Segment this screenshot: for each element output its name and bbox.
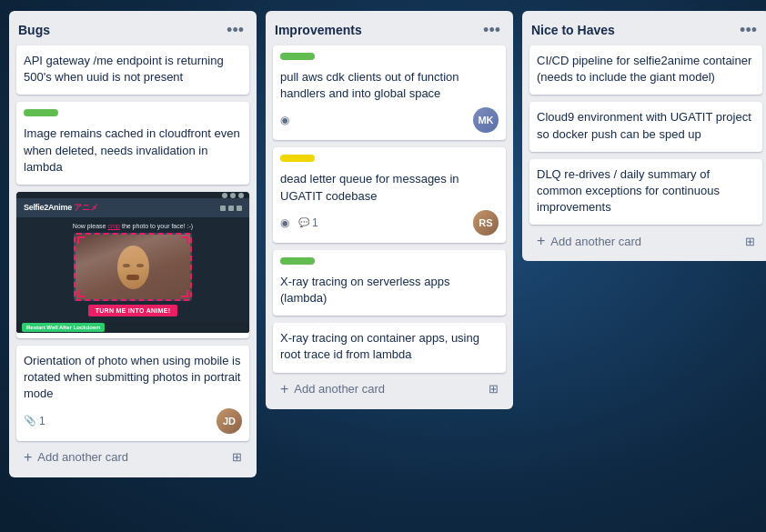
column-bugs: Bugs ••• API gateway /me endpoint is ret… bbox=[9, 11, 257, 477]
card-imp-3-label bbox=[280, 257, 315, 265]
app-status-bar bbox=[16, 192, 249, 198]
card-imp-2-avatar: RS bbox=[473, 210, 499, 236]
card-imp-4-text: X-ray tracing on container apps, using r… bbox=[280, 330, 499, 363]
nice-to-haves-add-card-button[interactable]: + Add another card ⊞ bbox=[529, 228, 762, 254]
comment-icon: 💬 bbox=[298, 217, 309, 227]
app-footer: Restart Well After Lockdown bbox=[16, 322, 249, 333]
card-imp-2-label bbox=[280, 155, 315, 162]
card-template-icon: ⊞ bbox=[232, 450, 242, 464]
card-nth-2[interactable]: Cloud9 environment with UGATIT project s… bbox=[529, 102, 762, 151]
card-imp-1-footer: ◉ MK bbox=[280, 107, 499, 133]
app-photo-container bbox=[74, 233, 192, 301]
card-imp-1-label bbox=[280, 53, 315, 60]
bugs-add-card-button[interactable]: + Add another card ⊞ bbox=[16, 445, 249, 470]
card-bug-2[interactable]: Image remains cached in cloudfront even … bbox=[16, 102, 249, 185]
card-nth-1-text: CI/CD pipeline for selfie2anime containe… bbox=[537, 53, 755, 85]
card-bug-4-attachment-count: 1 bbox=[39, 415, 45, 427]
column-bugs-menu-button[interactable]: ••• bbox=[223, 22, 247, 38]
card-bug-2-label bbox=[24, 109, 58, 116]
card-bug-3-image: Selfie2Anime アニメ Now please crop the pho… bbox=[16, 192, 249, 333]
nice-to-haves-cards-list: CI/CD pipeline for selfie2anime containe… bbox=[529, 45, 762, 225]
column-nice-to-haves: Nice to Haves ••• CI/CD pipeline for sel… bbox=[522, 11, 766, 261]
column-improvements-menu-button[interactable]: ••• bbox=[479, 22, 504, 38]
card-imp-1-text: pull aws cdk clients out of function han… bbox=[280, 69, 499, 102]
card-nth-2-text: Cloud9 environment with UGATIT project s… bbox=[537, 109, 755, 142]
card-bug-2-text: Image remains cached in cloudfront even … bbox=[24, 125, 242, 176]
card-imp-3-text: X-ray tracing on serverless apps (lambda… bbox=[280, 274, 499, 306]
card-imp-3[interactable]: X-ray tracing on serverless apps (lambda… bbox=[273, 250, 506, 316]
card-imp-2-footer: ◉ 💬 1 RS bbox=[280, 210, 499, 236]
card-imp-2-meta: ◉ 💬 1 bbox=[280, 216, 318, 229]
card-bug-4-footer: 📎 1 JD bbox=[24, 408, 242, 434]
card-imp-1-meta: ◉ bbox=[280, 114, 289, 126]
eye-icon: ◉ bbox=[280, 114, 289, 126]
bugs-cards-list: API gateway /me endpoint is returning 50… bbox=[16, 45, 249, 441]
card-bug-4-avatar: JD bbox=[217, 408, 242, 434]
improvements-add-card-plus-icon: + bbox=[280, 382, 288, 396]
column-nice-to-haves-menu-button[interactable]: ••• bbox=[736, 22, 761, 38]
add-card-plus-icon: + bbox=[24, 450, 32, 465]
column-improvements: Improvements ••• pull aws cdk clients ou… bbox=[266, 11, 513, 409]
card-nth-1[interactable]: CI/CD pipeline for selfie2anime containe… bbox=[529, 45, 762, 95]
card-bug-1-text: API gateway /me endpoint is returning 50… bbox=[24, 53, 242, 85]
card-bug-1[interactable]: API gateway /me endpoint is returning 50… bbox=[16, 45, 249, 95]
improvements-add-card-label: Add another card bbox=[294, 382, 385, 396]
column-nice-to-haves-title: Nice to Haves bbox=[531, 23, 615, 37]
card-bug-3[interactable]: Selfie2Anime アニメ Now please crop the pho… bbox=[16, 192, 249, 338]
nice-to-haves-add-card-plus-icon: + bbox=[537, 234, 545, 248]
app-body: Now please crop the photo to your face! … bbox=[16, 217, 249, 322]
improvements-add-card-button[interactable]: + Add another card ⊞ bbox=[273, 376, 506, 402]
card-imp-1-avatar: MK bbox=[473, 107, 499, 133]
paperclip-icon: 📎 bbox=[24, 415, 36, 427]
card-imp-2-text: dead letter queue for messages in UGATIT… bbox=[280, 171, 499, 204]
card-nth-3-text: DLQ re-drives / daily summary of common … bbox=[537, 166, 755, 216]
column-improvements-header: Improvements ••• bbox=[273, 18, 506, 45]
column-improvements-title: Improvements bbox=[275, 23, 362, 37]
column-bugs-header: Bugs ••• bbox=[16, 18, 249, 45]
card-bug-4-attachment: 📎 1 bbox=[24, 415, 45, 427]
bugs-add-card-label: Add another card bbox=[37, 450, 128, 464]
card-bug-4-text: Orientation of photo when using mobile i… bbox=[24, 353, 242, 403]
card-nth-3[interactable]: DLQ re-drives / daily summary of common … bbox=[529, 159, 762, 226]
card-imp-1[interactable]: pull aws cdk clients out of function han… bbox=[273, 45, 506, 140]
column-bugs-title: Bugs bbox=[18, 23, 50, 37]
app-header: Selfie2Anime アニメ bbox=[16, 198, 249, 217]
improvements-template-icon: ⊞ bbox=[489, 382, 499, 396]
improvements-cards-list: pull aws cdk clients out of function han… bbox=[273, 45, 506, 373]
card-imp-2[interactable]: dead letter queue for messages in UGATIT… bbox=[273, 147, 506, 242]
card-imp-2-comment-count: 1 bbox=[312, 216, 318, 229]
column-nice-to-haves-header: Nice to Haves ••• bbox=[529, 18, 762, 45]
nice-to-haves-template-icon: ⊞ bbox=[745, 235, 755, 248]
eye-icon-2: ◉ bbox=[280, 216, 289, 229]
card-bug-4[interactable]: Orientation of photo when using mobile i… bbox=[16, 346, 249, 441]
card-imp-4[interactable]: X-ray tracing on container apps, using r… bbox=[273, 323, 506, 372]
nice-to-haves-add-card-label: Add another card bbox=[550, 235, 641, 248]
card-bug-4-meta: 📎 1 bbox=[24, 415, 45, 427]
